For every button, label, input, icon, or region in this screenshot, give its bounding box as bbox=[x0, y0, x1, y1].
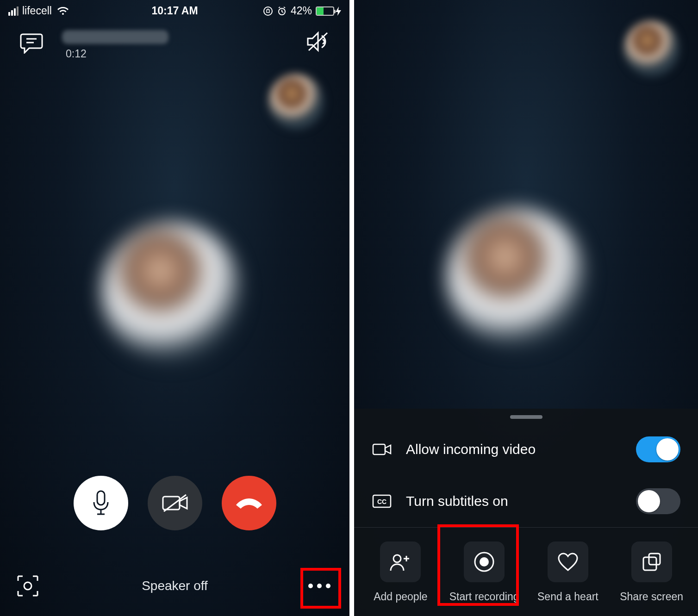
allow-incoming-video-label: Allow incoming video bbox=[406, 442, 636, 457]
record-icon bbox=[464, 541, 505, 582]
svg-point-5 bbox=[308, 584, 313, 588]
self-avatar[interactable] bbox=[268, 74, 324, 130]
heart-icon bbox=[548, 541, 588, 582]
svg-rect-3 bbox=[163, 497, 180, 510]
call-duration: 0:12 bbox=[66, 48, 168, 60]
alarm-icon bbox=[277, 6, 287, 16]
chat-button[interactable] bbox=[19, 30, 44, 56]
charging-icon bbox=[336, 6, 341, 16]
turn-subtitles-toggle[interactable] bbox=[636, 488, 680, 514]
carrier-label: lifecell bbox=[22, 5, 52, 17]
more-options-button[interactable] bbox=[303, 570, 336, 602]
allow-incoming-video-row[interactable]: Allow incoming video bbox=[354, 423, 698, 475]
camera-toggle-button[interactable] bbox=[148, 476, 202, 530]
orientation-lock-icon bbox=[263, 6, 273, 16]
status-bar: lifecell 10:17 AM 42% bbox=[0, 5, 349, 17]
svg-text:CC: CC bbox=[377, 498, 386, 505]
add-people-icon bbox=[380, 541, 421, 582]
add-people-button[interactable]: Add people bbox=[359, 541, 442, 603]
svg-point-7 bbox=[326, 584, 330, 588]
hangup-button[interactable] bbox=[222, 476, 276, 530]
battery-pct-label: 42% bbox=[291, 5, 312, 17]
speaker-status-label: Speaker off bbox=[142, 579, 208, 593]
contact-name bbox=[62, 30, 168, 44]
turn-subtitles-label: Turn subtitles on bbox=[406, 493, 636, 509]
signal-icon bbox=[8, 6, 19, 16]
cc-icon: CC bbox=[372, 494, 392, 508]
turn-subtitles-row[interactable]: CC Turn subtitles on bbox=[354, 475, 698, 527]
svg-point-11 bbox=[393, 555, 401, 562]
microphone-button[interactable] bbox=[74, 476, 128, 530]
share-screen-icon bbox=[631, 541, 672, 582]
send-heart-label: Send a heart bbox=[537, 591, 598, 603]
remote-avatar bbox=[447, 208, 586, 347]
share-screen-label: Share screen bbox=[620, 591, 683, 603]
svg-rect-15 bbox=[649, 554, 660, 565]
svg-point-0 bbox=[264, 7, 272, 15]
svg-rect-8 bbox=[373, 444, 385, 454]
panel-drag-handle[interactable] bbox=[510, 415, 542, 419]
self-avatar[interactable] bbox=[624, 21, 679, 76]
svg-point-4 bbox=[24, 582, 31, 590]
camera-icon bbox=[372, 442, 392, 456]
add-people-label: Add people bbox=[374, 591, 427, 603]
battery-icon bbox=[316, 6, 334, 16]
speaker-mute-button[interactable] bbox=[305, 30, 331, 53]
start-recording-label: Start recording bbox=[449, 591, 519, 603]
svg-point-6 bbox=[317, 584, 322, 588]
snapshot-button[interactable] bbox=[14, 572, 42, 600]
clock-label: 10:17 AM bbox=[151, 5, 198, 17]
share-screen-button[interactable]: Share screen bbox=[611, 541, 693, 603]
send-heart-button[interactable]: Send a heart bbox=[527, 541, 609, 603]
remote-avatar bbox=[102, 222, 241, 361]
svg-point-13 bbox=[480, 557, 489, 566]
call-options-panel: Allow incoming video CC Turn subtitles o… bbox=[354, 409, 698, 616]
wifi-icon bbox=[57, 6, 69, 16]
start-recording-button[interactable]: Start recording bbox=[443, 541, 525, 603]
svg-rect-2 bbox=[97, 491, 105, 505]
allow-incoming-video-toggle[interactable] bbox=[636, 436, 680, 462]
